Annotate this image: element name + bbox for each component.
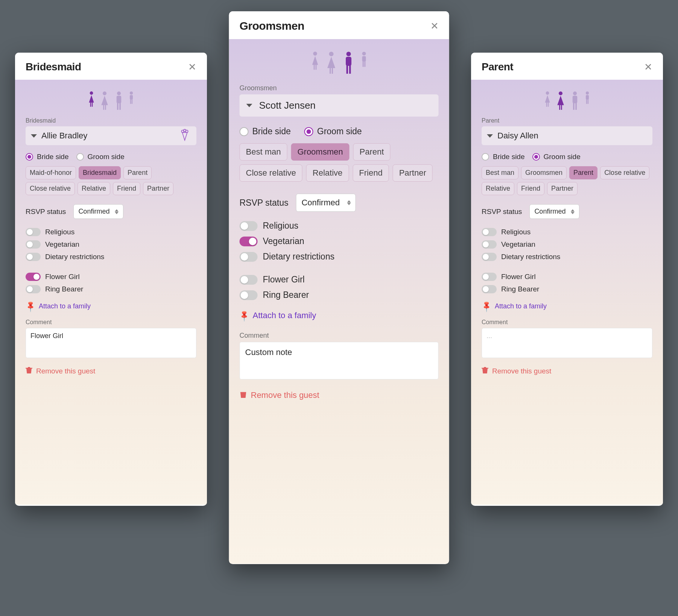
close-icon[interactable]: ✕ [188,61,196,73]
chip-partner[interactable]: Partner [393,164,433,182]
rsvp-row: RSVP status Confirmed [240,194,439,212]
toggle-switch[interactable] [26,240,41,249]
chip-partner[interactable]: Partner [547,182,578,195]
chip-maid-of-honor[interactable]: Maid-of-honor [26,166,76,179]
comment-label: Comment [240,332,439,340]
person-girl-icon[interactable] [543,91,552,108]
svg-rect-28 [586,95,589,100]
groom-side-radio[interactable]: Groom side [532,153,581,161]
attach-family-link[interactable]: 📌 Attach to a family [482,302,652,311]
pin-icon: 📌 [480,300,493,313]
chip-groomsmen[interactable]: Groomsmen [521,166,567,179]
guest-name-select[interactable]: Allie Bradley [26,126,196,145]
svg-point-17 [546,91,549,95]
toggle-switch[interactable] [482,228,497,236]
svg-rect-44 [364,61,365,67]
comment-textarea[interactable]: ... [482,328,652,358]
pin-icon: 📌 [24,300,37,313]
bride-side-radio[interactable]: Bride side [482,153,525,161]
guest-name-select[interactable]: Daisy Allen [482,126,652,145]
svg-rect-13 [132,99,133,104]
chip-close-relative[interactable]: Close relative [26,182,75,195]
card-title: Groomsmen [240,20,304,32]
bride-side-radio[interactable]: Bride side [240,126,291,137]
toggle-switch[interactable] [240,275,258,285]
toggle-switch[interactable] [240,252,258,262]
person-man-icon[interactable] [570,91,580,110]
toggle-switch[interactable] [482,253,497,261]
toggle-ring-bearer: Ring Bearer [240,290,439,300]
comment-textarea[interactable]: Custom note [240,342,439,379]
svg-point-37 [346,52,351,56]
toggle-flower-girl: Flower Girl [482,273,652,281]
person-man-icon[interactable] [114,91,124,110]
chip-parent[interactable]: Parent [123,166,152,179]
person-child-icon[interactable] [360,51,368,68]
remove-guest-button[interactable]: Remove this guest [482,366,652,376]
toggle-switch[interactable] [482,273,497,281]
chip-close-relative[interactable]: Close relative [240,164,303,182]
svg-point-41 [362,52,366,56]
chip-close-relative[interactable]: Close relative [600,166,649,179]
rsvp-label: RSVP status [26,208,66,216]
rsvp-row: RSVP status Confirmed [482,204,652,219]
toggle-switch[interactable] [240,237,258,246]
chip-parent[interactable]: Parent [569,166,597,179]
close-icon[interactable]: ✕ [430,20,439,32]
remove-guest-button[interactable]: Remove this guest [26,366,196,376]
chip-partner[interactable]: Partner [143,182,173,195]
chip-best-man[interactable]: Best man [482,166,518,179]
chip-parent[interactable]: Parent [353,143,390,161]
chip-relative[interactable]: Relative [78,182,110,195]
person-type-selector [240,51,439,74]
radio-icon [304,127,313,136]
toggle-switch[interactable] [26,273,41,281]
groom-side-radio[interactable]: Groom side [304,126,362,137]
chip-friend[interactable]: Friend [353,164,389,182]
close-icon[interactable]: ✕ [644,61,652,73]
rsvp-select[interactable]: Confirmed [529,204,579,219]
chip-relative[interactable]: Relative [306,164,349,182]
person-child-icon[interactable] [128,91,135,105]
toggle-religious: Religious [240,221,439,231]
svg-rect-39 [346,65,348,74]
remove-guest-button[interactable]: Remove this guest [240,390,439,401]
role-field-label: Bridesmaid [26,117,196,124]
svg-point-20 [559,91,562,95]
chip-relative[interactable]: Relative [482,182,514,195]
guest-name-select[interactable]: Scott Jensen [240,94,439,117]
groom-side-radio[interactable]: Groom side [76,153,125,161]
attach-family-link[interactable]: 📌 Attach to a family [240,311,439,320]
person-type-selector [26,91,196,110]
rsvp-select[interactable]: Confirmed [73,204,123,219]
person-woman-icon[interactable] [325,51,337,74]
person-child-icon[interactable] [584,91,591,105]
chip-best-man[interactable]: Best man [240,143,287,161]
svg-rect-26 [575,102,577,110]
toggle-vegetarian: Vegetarian [482,240,652,249]
toggle-switch[interactable] [482,285,497,293]
rsvp-select[interactable]: Confirmed [296,194,356,212]
toggle-switch[interactable] [240,290,258,300]
side-radio-group: Bride side Groom side [240,126,439,137]
svg-rect-4 [103,104,104,110]
person-girl-icon[interactable] [87,91,96,108]
svg-rect-25 [573,102,575,110]
person-woman-icon[interactable] [99,91,110,110]
person-man-icon[interactable] [342,51,354,74]
person-woman-icon[interactable] [555,91,566,110]
toggle-switch[interactable] [26,253,41,261]
chip-groomsmen[interactable]: Groomsmen [291,143,349,161]
chip-friend[interactable]: Friend [113,182,140,195]
trash-icon [26,366,32,376]
chip-friend[interactable]: Friend [517,182,544,195]
person-girl-icon[interactable] [310,51,320,71]
toggle-switch[interactable] [26,228,41,236]
bride-side-radio[interactable]: Bride side [26,153,69,161]
chip-bridesmaid[interactable]: Bridesmaid [79,166,121,179]
comment-textarea[interactable]: Flower Girl [26,328,196,358]
attach-family-link[interactable]: 📌 Attach to a family [26,302,196,311]
toggle-switch[interactable] [482,240,497,249]
toggle-switch[interactable] [26,285,41,293]
toggle-switch[interactable] [240,221,258,231]
